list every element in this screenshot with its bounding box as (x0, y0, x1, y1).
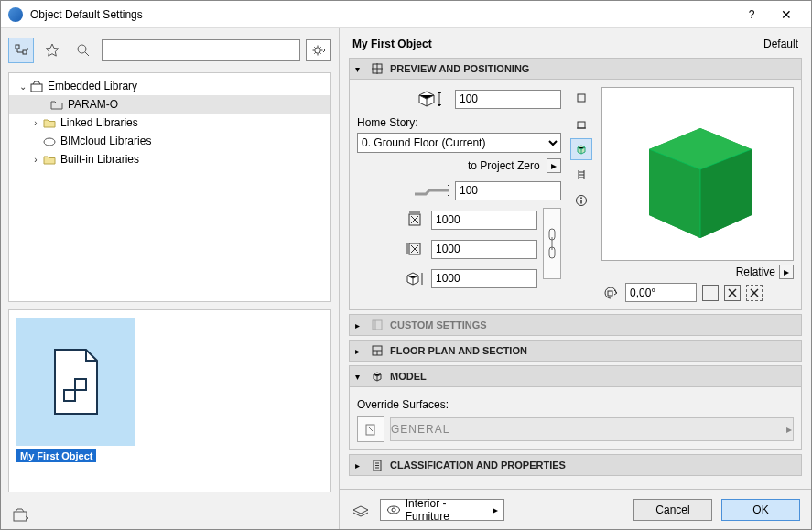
tree-item-label: Embedded Library (44, 80, 137, 92)
height-row (357, 87, 561, 111)
arrow-right-icon: › (29, 155, 42, 165)
object-name-label: My First Object (352, 38, 432, 50)
svg-line-10 (319, 52, 320, 53)
dimz-row (404, 266, 537, 290)
home-story-select[interactable]: 0. Ground Floor (Current) (357, 133, 561, 153)
cancel-button[interactable]: Cancel (633, 499, 712, 521)
elevation-icon (575, 117, 588, 130)
app-icon (8, 7, 23, 22)
svg-point-66 (388, 506, 400, 514)
dimz-input[interactable] (431, 269, 537, 288)
section-header-preview[interactable]: ▾ PREVIEW AND POSITIONING (349, 58, 802, 80)
to-project-zero-label: to Project Zero (468, 159, 540, 172)
view-info-button[interactable] (570, 189, 592, 211)
dimx-input[interactable] (431, 211, 537, 230)
preview-3d[interactable] (601, 87, 794, 261)
chain-icon (547, 225, 558, 262)
tree-item-embedded[interactable]: ⌄ Embedded Library (9, 77, 330, 95)
view-plan-button[interactable] (570, 87, 592, 109)
svg-line-11 (314, 52, 315, 53)
preview-section-icon (370, 61, 384, 76)
home-story-label: Home Story: (357, 116, 561, 129)
mirror-x-toggle[interactable] (724, 285, 741, 301)
right-body: ▾ PREVIEW AND POSITIONING (340, 58, 811, 489)
section-header-custom[interactable]: ▸ CUSTOM SETTINGS (349, 314, 802, 336)
to-project-zero-button[interactable]: ▸ (547, 158, 561, 173)
angle-input[interactable] (625, 283, 697, 302)
cube-icon (575, 143, 588, 156)
left-footer (1, 500, 339, 529)
favorites-button[interactable] (39, 38, 65, 63)
dim-y-icon (404, 237, 426, 261)
right-panel: My First Object Default ▾ PREVIEW AND PO… (340, 28, 811, 529)
close-button[interactable]: ✕ (769, 7, 804, 22)
content-area: ⌄ Embedded Library PARAM-O › Linked Libr… (1, 28, 811, 529)
svg-point-4 (315, 48, 320, 53)
browse-mode-button[interactable] (8, 38, 34, 63)
hierarchy-icon (13, 42, 29, 59)
tree-item-bimcloud[interactable]: BIMcloud Libraries (9, 132, 330, 150)
gear-icon (311, 43, 326, 58)
home-story-row: 0. Ground Floor (Current) (357, 133, 561, 153)
help-button[interactable]: ? (734, 8, 769, 21)
svg-rect-1 (23, 50, 27, 54)
to-project-zero-row: to Project Zero ▸ (357, 158, 561, 173)
svg-point-67 (392, 508, 395, 512)
section-title: PREVIEW AND POSITIONING (390, 63, 529, 74)
link-dimensions-toggle[interactable] (543, 208, 561, 279)
mirror-x2-toggle[interactable] (746, 285, 763, 301)
document-icon (49, 346, 103, 417)
view-elevation-button[interactable] (570, 113, 592, 135)
surface-general-popup[interactable]: GENERAL ▸ (390, 417, 794, 441)
left-panel: ⌄ Embedded Library PARAM-O › Linked Libr… (1, 28, 340, 529)
preview-column: Relative ▸ (601, 87, 794, 302)
search-input[interactable] (102, 39, 300, 61)
view-3d-button[interactable] (570, 138, 592, 160)
ladder-icon (575, 168, 588, 181)
tree-item-label: PARAM-O (64, 98, 118, 111)
section-title: CUSTOM SETTINGS (390, 319, 487, 330)
floorplan-icon (370, 343, 384, 358)
chevron-right-icon: ▸ (355, 460, 364, 471)
svg-line-3 (85, 52, 89, 56)
star-icon (45, 43, 60, 58)
search-button[interactable] (70, 38, 96, 63)
section-header-floorplan[interactable]: ▸ FLOOR PLAN AND SECTION (349, 340, 802, 362)
layer-popup[interactable]: Interior - Furniture ▸ (380, 499, 504, 521)
tree-item-linked[interactable]: › Linked Libraries (9, 114, 330, 132)
library-tree: ⌄ Embedded Library PARAM-O › Linked Libr… (8, 72, 331, 302)
tree-item-paramo[interactable]: PARAM-O (9, 95, 330, 114)
tree-item-label: Linked Libraries (57, 116, 138, 129)
tree-item-label: Built-in Libraries (57, 153, 139, 166)
svg-rect-13 (31, 84, 42, 92)
titlebar: Object Default Settings ? ✕ (1, 1, 811, 28)
settings-button[interactable] (306, 39, 331, 61)
view-mode-buttons (568, 87, 594, 302)
relative-label: Relative (736, 265, 775, 278)
chevron-down-icon: ▾ (355, 64, 364, 74)
object-thumbnail[interactable] (16, 318, 135, 446)
relative-button[interactable]: ▸ (779, 265, 794, 279)
override-surface-button[interactable] (357, 416, 384, 442)
scope-label: Default (763, 38, 798, 50)
dimy-input[interactable] (431, 240, 537, 259)
dim-z-icon (404, 266, 426, 290)
surface-general-label: GENERAL (391, 423, 449, 436)
library-manager-button[interactable] (8, 502, 34, 527)
section-body-model: Override Surfaces: GENERAL ▸ (349, 387, 802, 450)
x-icon (749, 287, 760, 298)
window-title: Object Default Settings (30, 8, 734, 21)
dimy-row (404, 237, 537, 261)
tree-item-label: BIMcloud Libraries (57, 135, 151, 147)
mirror-empty-toggle[interactable] (702, 285, 719, 301)
tree-item-builtin[interactable]: › Built-in Libraries (9, 150, 330, 168)
section-header-model[interactable]: ▾ MODEL (349, 365, 802, 387)
height-input[interactable] (455, 90, 561, 109)
classification-icon (370, 458, 384, 472)
elevation-input[interactable] (455, 181, 561, 200)
view-section-button[interactable] (570, 164, 592, 186)
ok-button[interactable]: OK (721, 499, 800, 521)
svg-line-9 (314, 47, 315, 48)
section-header-classification[interactable]: ▸ CLASSIFICATION AND PROPERTIES (349, 454, 802, 476)
arrow-right-icon: › (29, 118, 42, 128)
